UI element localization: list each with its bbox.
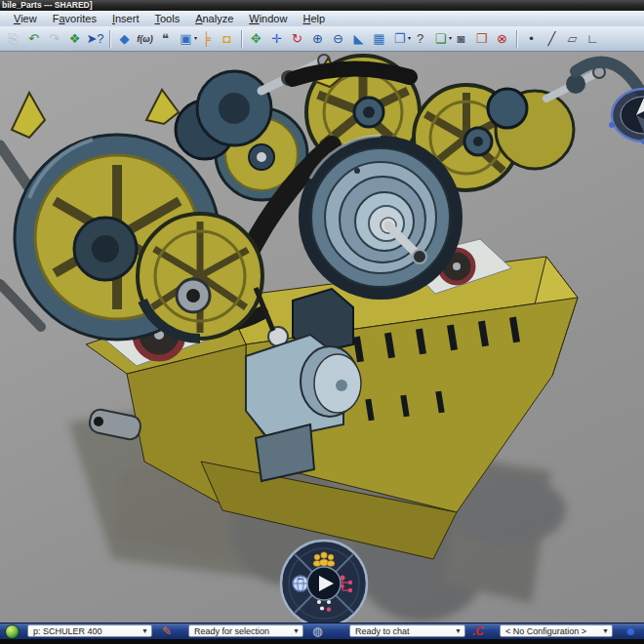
chevron-down-icon: ▼ (455, 627, 462, 634)
plane-tool-icon[interactable]: ▱ (562, 29, 583, 49)
undo-icon[interactable]: ↶ (23, 29, 44, 49)
selection-status-value: Ready for selection (194, 626, 269, 636)
fit-view-icon[interactable]: ✥ (246, 29, 266, 49)
chat-status-combo[interactable]: Ready to chat ▼ (349, 624, 465, 637)
chevron-down-icon: ▼ (141, 627, 148, 634)
context-help-icon[interactable]: ➤? (85, 29, 105, 49)
clutch-disc (299, 136, 463, 300)
annotate-icon[interactable]: ✎ (162, 624, 172, 639)
chevron-down-icon: ▼ (293, 627, 300, 634)
help-mode-icon[interactable]: ? (410, 29, 430, 49)
pie-menu[interactable] (277, 537, 371, 630)
menu-analyze[interactable]: Analyze (187, 11, 241, 26)
tile-windows-icon[interactable]: ▦ (369, 29, 389, 49)
presence-icon[interactable]: ☻ (624, 624, 637, 639)
toolbar-separator (109, 30, 110, 48)
menu-window[interactable]: Window (241, 11, 295, 26)
configuration-value: < No Configuration > (505, 626, 586, 636)
play-button[interactable] (307, 567, 341, 600)
menu-help[interactable]: Help (295, 11, 333, 26)
menu-insert[interactable]: Insert (104, 11, 147, 26)
line-tool-icon[interactable]: ╱ (542, 29, 562, 49)
selection-status-combo[interactable]: Ready for selection ▼ (188, 624, 303, 637)
shared-catalog-icon[interactable]: ❖ (64, 29, 85, 49)
menu-tools[interactable]: Tools (146, 11, 187, 26)
render-settings-icon[interactable]: ❒ (471, 29, 492, 49)
menu-bar: ViewFavoritesInsertToolsAnalyzeWindowHel… (0, 11, 644, 26)
axis-tool-icon[interactable]: ∟ (583, 29, 603, 49)
cocreate-logo-icon: .C (472, 624, 484, 639)
people-icon[interactable] (313, 552, 335, 567)
status-bar: p: SCHULER 400 ▼ ✎ Ready for selection ▼… (0, 623, 644, 639)
configuration-combo[interactable]: < No Configuration > ▼ (500, 624, 613, 637)
app-logo-icon[interactable] (5, 624, 20, 639)
rotate-view-icon[interactable]: ↻ (287, 29, 307, 49)
annotation-icon[interactable]: ❝ (155, 29, 176, 49)
globe-icon[interactable]: ◍ (312, 624, 322, 639)
view-direction-icon[interactable]: ◣ (348, 29, 369, 49)
zoom-in-icon[interactable]: ⊕ (307, 29, 328, 49)
viewport-window-icon[interactable]: ▣▾ (176, 29, 196, 49)
menu-view[interactable]: View (6, 11, 45, 26)
structure-browser-icon[interactable]: ╞ (196, 29, 217, 49)
taskbar-strip (0, 639, 644, 644)
lower-flywheel (138, 214, 262, 339)
new-window-icon[interactable]: ❏▾ (430, 29, 451, 49)
main-toolbar: ⎘↶↷❖➤?◆f(ω)❝▣▾╞◘✥✛↻⊕⊖◣▦❐▾?❏▾◙❒⊗•╱▱∟ (0, 26, 644, 52)
pan-icon[interactable]: ✛ (266, 29, 287, 49)
toolbar-separator (241, 30, 242, 48)
title-bar[interactable]: bile_Parts --- SHARED] (0, 0, 644, 11)
menu-favorites[interactable]: Favorites (45, 11, 104, 26)
abort-icon[interactable]: ⊗ (492, 29, 512, 49)
3d-compass[interactable] (603, 86, 644, 150)
redo-icon[interactable]: ↷ (44, 29, 64, 49)
formula-icon[interactable]: f(ω) (135, 29, 155, 49)
window-title: bile_Parts --- SHARED] (2, 0, 93, 10)
chat-status-value: Ready to chat (355, 626, 410, 636)
zoom-out-icon[interactable]: ⊖ (328, 29, 348, 49)
point-tool-icon[interactable]: • (521, 29, 542, 49)
paste-icon[interactable]: ⎘ (3, 29, 23, 49)
globe-icon[interactable] (293, 576, 308, 591)
part-selector-value: p: SCHULER 400 (33, 626, 102, 636)
snapshot-icon[interactable]: ◙ (451, 29, 471, 49)
toolbar-separator (516, 30, 517, 48)
dynamic-view-icon[interactable]: ◆ (114, 29, 135, 49)
lock-icon[interactable]: ◘ (217, 29, 237, 49)
part-selector-combo[interactable]: p: SCHULER 400 ▼ (27, 624, 152, 637)
cube-view-icon[interactable]: ❐▾ (389, 29, 410, 49)
chevron-down-icon: ▼ (602, 627, 609, 634)
